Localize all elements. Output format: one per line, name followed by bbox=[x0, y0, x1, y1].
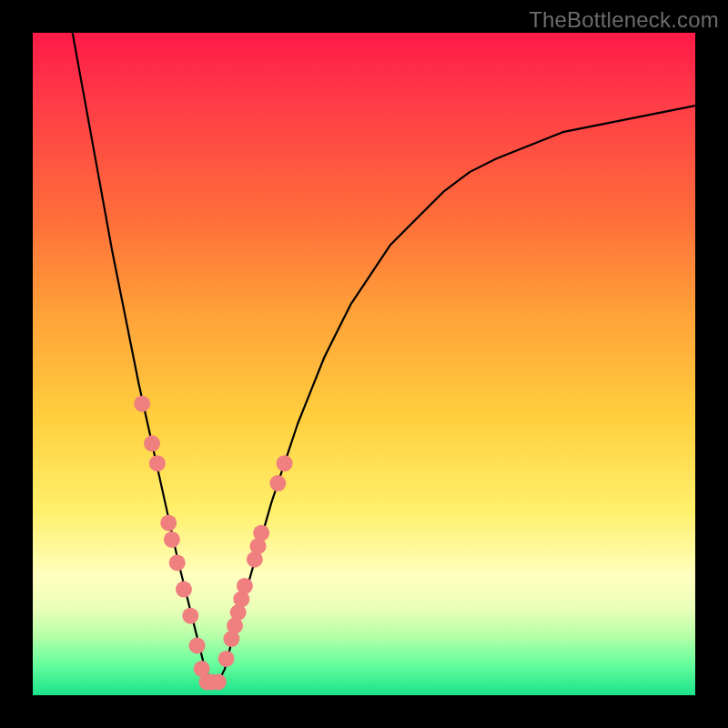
data-dots bbox=[134, 396, 293, 691]
bottleneck-curve bbox=[73, 33, 695, 682]
data-dot bbox=[189, 637, 206, 653]
data-dot bbox=[144, 435, 160, 451]
chart-frame: TheBottleneck.com bbox=[0, 0, 728, 728]
data-dot bbox=[218, 651, 235, 667]
data-dot bbox=[164, 531, 180, 548]
chart-svg bbox=[33, 33, 695, 695]
data-dot bbox=[182, 608, 198, 624]
data-dot bbox=[269, 475, 286, 491]
data-dot bbox=[253, 525, 269, 541]
data-dot bbox=[176, 581, 192, 598]
data-dot bbox=[160, 515, 177, 531]
data-dot bbox=[149, 455, 166, 471]
data-dot bbox=[277, 455, 293, 471]
data-dot bbox=[237, 578, 253, 594]
data-dot bbox=[210, 673, 227, 690]
data-dot bbox=[134, 396, 150, 412]
data-dot bbox=[169, 554, 186, 571]
plot-area bbox=[33, 33, 695, 695]
watermark-text: TheBottleneck.com bbox=[529, 7, 719, 33]
